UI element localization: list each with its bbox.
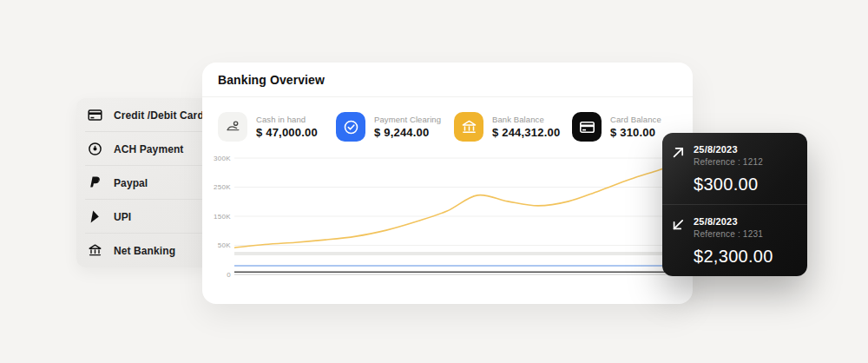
transaction-date: 25/8/2023 — [694, 216, 773, 227]
stat-bank-balance: Bank Balance $ 244,312.00 — [454, 112, 567, 142]
transaction-date: 25/8/2023 — [694, 144, 763, 155]
sidebar-item-label: UPI — [114, 211, 131, 223]
y-axis-tick-label: 250K — [214, 183, 231, 191]
paypal-icon — [88, 175, 102, 190]
stat-value: $ 244,312.00 — [492, 126, 560, 139]
stat-label: Payment Clearing — [374, 115, 441, 124]
transaction-amount: $300.00 — [694, 175, 763, 195]
transaction-amount: $2,300.00 — [694, 247, 773, 267]
stat-label: Card Balance — [610, 115, 661, 124]
upi-arrow-icon — [88, 209, 102, 224]
cash-in-hand-icon — [218, 112, 247, 142]
credit-card-icon — [572, 112, 602, 142]
bank-icon — [88, 243, 102, 258]
sidebar-item-credit-debit-card[interactable]: Credit /Debit Card — [76, 98, 211, 132]
balance-line-chart: 300K250K150K50K0 — [202, 154, 693, 280]
ach-circle-icon — [88, 142, 102, 156]
stat-value: $ 47,000.00 — [256, 126, 318, 139]
sidebar-item-ach-payment[interactable]: ACH Payment — [76, 132, 211, 166]
credit-card-icon — [88, 108, 102, 122]
app: { "colors": { "page_bg": "#f5f4f2", "acc… — [0, 0, 868, 363]
banking-overview-card: Banking Overview Cash in hand $ 47,000.0… — [202, 63, 693, 304]
payment-methods-sidebar: Credit /Debit Card ACH Payment Paypal UP… — [76, 98, 211, 267]
chart-plot-area — [234, 154, 690, 280]
y-axis-tick-label: 150K — [214, 213, 231, 221]
y-axis-tick-label: 300K — [214, 155, 231, 162]
stat-value: $ 310.00 — [610, 126, 661, 139]
arrow-up-right-icon — [671, 145, 686, 160]
sidebar-item-label: Credit /Debit Card — [114, 109, 204, 122]
transaction-row-outgoing[interactable]: 25/8/2023 Reference : 1212 $300.00 — [662, 133, 807, 204]
stat-payment-clearing: Payment Clearing $ 9,244.00 — [336, 112, 449, 142]
card-header: Banking Overview — [202, 63, 693, 97]
chart-y-axis: 300K250K150K50K0 — [202, 154, 231, 280]
arrow-down-left-icon — [671, 217, 686, 232]
stat-label: Bank Balance — [492, 115, 560, 124]
transaction-reference: Reference : 1212 — [694, 157, 763, 167]
transaction-reference: Reference : 1231 — [694, 229, 773, 239]
bank-icon — [454, 112, 483, 142]
page-title: Banking Overview — [218, 73, 325, 87]
sidebar-item-net-banking[interactable]: Net Banking — [76, 234, 211, 267]
sidebar-item-label: ACH Payment — [114, 143, 183, 155]
stat-label: Cash in hand — [256, 115, 318, 124]
sidebar-item-label: Net Banking — [114, 245, 175, 257]
y-axis-tick-label: 0 — [227, 271, 231, 279]
sidebar-item-label: Paypal — [114, 177, 148, 189]
stat-value: $ 9,244.00 — [374, 126, 441, 139]
transactions-card: 25/8/2023 Reference : 1212 $300.00 25/8/… — [662, 133, 807, 276]
check-circle-icon — [336, 112, 365, 142]
stat-cash-in-hand: Cash in hand $ 47,000.00 — [218, 112, 331, 142]
sidebar-item-paypal[interactable]: Paypal — [76, 166, 211, 200]
sidebar-item-upi[interactable]: UPI — [76, 200, 211, 234]
transaction-row-incoming[interactable]: 25/8/2023 Reference : 1231 $2,300.00 — [662, 205, 807, 276]
y-axis-tick-label: 50K — [218, 241, 231, 249]
